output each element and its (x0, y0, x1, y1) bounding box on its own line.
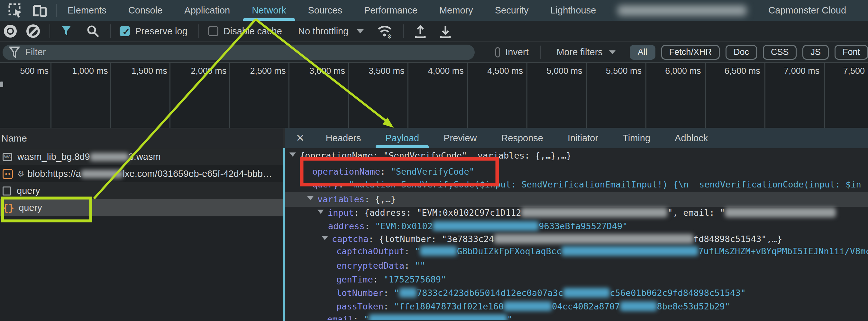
tab-application[interactable]: Application (179, 0, 236, 21)
network-conditions-icon[interactable]: ⚙ (376, 24, 393, 39)
devtools-window: ElementsConsoleApplicationNetworkSources… (0, 0, 868, 321)
text-segment: "" (415, 261, 426, 271)
text-segment: query (312, 179, 338, 189)
redacted-text (563, 288, 610, 297)
filter-type-font[interactable]: Font (835, 45, 868, 60)
close-icon[interactable]: ✕ (285, 132, 314, 144)
filter-type-doc[interactable]: Doc (725, 45, 757, 60)
payload-line[interactable]: encryptedData: "" (336, 259, 425, 273)
request-row[interactable]: <>⚙blob:https://alxe.com/031659eb-e65f-4… (0, 165, 283, 182)
tab-elements[interactable]: Elements (62, 0, 112, 21)
tab-lighthouse[interactable]: Lighthouse (545, 0, 602, 21)
details-tab-payload[interactable]: Payload (381, 129, 424, 148)
tab-security[interactable]: Security (489, 0, 534, 21)
toolbar-separator (198, 25, 199, 38)
text-segment: : (404, 246, 415, 256)
payload-line[interactable]: captcha: {lotNumber: "3e7833c24fd84898c5… (321, 233, 782, 246)
invert-checkbox[interactable] (495, 47, 500, 58)
payload-line[interactable]: genTime: "1752575689" (336, 273, 446, 286)
timeline-tick-label: 1,500 ms (131, 66, 167, 76)
tab-capmonster-cloud[interactable]: Capmonster Cloud (763, 0, 852, 21)
throttling-select[interactable]: No throttling (293, 26, 364, 37)
request-name: query (19, 203, 42, 213)
text-segment: " (507, 314, 512, 320)
tab-memory[interactable]: Memory (434, 0, 479, 21)
payload-line[interactable]: variables: {,…} (307, 192, 396, 206)
name-column-header[interactable]: Name (0, 129, 283, 148)
more-filters-dropdown[interactable]: More filters (551, 47, 615, 58)
chevron-down-icon (609, 50, 616, 54)
redacted-text (420, 246, 457, 256)
clear-icon[interactable] (26, 25, 40, 38)
text-segment: captchaOutput (336, 246, 404, 256)
payload-line[interactable]: {operationName: "SendVerifyCode", variab… (289, 149, 571, 163)
filter-type-js[interactable]: JS (802, 45, 829, 60)
details-tab-adblock[interactable]: Adblock (670, 129, 712, 148)
filter-type-fetch-xhr[interactable]: Fetch/XHR (661, 45, 720, 60)
text-segment: c56e01b062c9fd84898c51543" (610, 288, 746, 298)
details-tab-initiator[interactable]: Initiator (563, 129, 603, 148)
text-segment: 7833c2423db65014d12ec0a07a3c (417, 288, 563, 298)
preserve-log-checkbox[interactable] (120, 26, 130, 36)
network-toolbar: Preserve log Disable cache No throttling… (0, 21, 868, 42)
text-segment: : (383, 288, 394, 298)
timeline-tick-label: 500 ms (20, 66, 49, 76)
expand-triangle-icon[interactable] (321, 236, 328, 240)
details-tab-headers[interactable]: Headers (321, 129, 366, 148)
filter-type-css[interactable]: CSS (763, 45, 797, 60)
text-segment: operationName (312, 167, 380, 177)
device-toolbar-icon[interactable] (32, 3, 48, 18)
filter-type-all[interactable]: All (630, 45, 655, 60)
disable-cache-checkbox[interactable] (208, 26, 218, 36)
request-row[interactable]: {}query (0, 199, 283, 216)
tab-redacted[interactable] (612, 0, 752, 21)
text-segment: fd84898c51543",…} (693, 234, 782, 244)
text-segment: 8be8e53d52b29" (657, 301, 731, 311)
tab-network[interactable]: Network (246, 0, 292, 21)
expand-triangle-icon[interactable] (307, 196, 314, 200)
details-tab-response[interactable]: Response (497, 129, 548, 148)
text-segment: blob:https://a (28, 169, 81, 179)
funnel-icon (9, 46, 20, 59)
text-segment: encryptedData (336, 261, 404, 271)
import-har-icon[interactable] (413, 24, 427, 38)
expand-triangle-icon[interactable] (317, 210, 324, 214)
tab-console[interactable]: Console (123, 0, 168, 21)
text-segment: : (365, 221, 375, 231)
code-icon: <> (3, 169, 13, 179)
text-segment: passToken (336, 301, 383, 311)
text-segment: " (364, 314, 369, 320)
request-row[interactable]: query (0, 182, 283, 199)
payload-line[interactable]: passToken: "ffe18047873df021e16004cc4082… (336, 300, 730, 313)
text-segment: query (17, 185, 40, 196)
text-segment: : {,…} (364, 194, 396, 204)
tab-performance[interactable]: Performance (358, 0, 423, 21)
text-segment: : (353, 314, 364, 320)
payload-line[interactable]: captchaOutput: "G8bDuIZkFpFXoqlaqBcc7ufL… (336, 245, 868, 258)
details-tab-preview[interactable]: Preview (439, 129, 481, 148)
details-tab-timing[interactable]: Timing (618, 129, 655, 148)
payload-line[interactable]: address: "EVM:0x01029633eBfa95527D49" (328, 220, 627, 233)
tab-sources[interactable]: Sources (302, 0, 348, 21)
payload-line[interactable]: query: "mutation SendVerifyCode($input: … (312, 178, 861, 191)
filter-toggle-icon[interactable] (60, 25, 73, 38)
payload-line[interactable]: input: {address: "EVM:0x0102C97c1D112", … (317, 206, 836, 220)
export-har-icon[interactable] (438, 24, 453, 38)
expand-triangle-icon[interactable] (289, 152, 296, 157)
text-segment: "EVM:0x0102 (375, 221, 433, 231)
payload-line[interactable]: operationName: "SendVerifyCode" (312, 165, 474, 178)
text-segment: genTime (336, 275, 373, 284)
filter-input[interactable] (25, 46, 475, 58)
search-icon[interactable] (86, 25, 100, 38)
request-row[interactable]: WAwasm_lib_bg.8d93.wasm (0, 148, 283, 165)
text-segment: "ffe18047873df021e160 (394, 301, 504, 311)
request-name: blob:https://alxe.com/031659eb-e65f-42d4… (28, 169, 272, 179)
payload-line[interactable]: email: "" (327, 313, 512, 320)
record-icon[interactable] (4, 25, 17, 38)
network-overview[interactable]: 500 ms1,000 ms1,500 ms2,000 ms2,500 ms3,… (0, 63, 868, 129)
filter-separator (540, 45, 540, 59)
inspect-element-icon[interactable] (8, 3, 23, 18)
payload-line[interactable]: lotNumber: "7833c2423db65014d12ec0a07a3c… (336, 286, 746, 300)
payload-pane[interactable]: {operationName: "SendVerifyCode", variab… (285, 148, 868, 320)
timeline-tick-label: 6,500 ms (724, 66, 760, 76)
